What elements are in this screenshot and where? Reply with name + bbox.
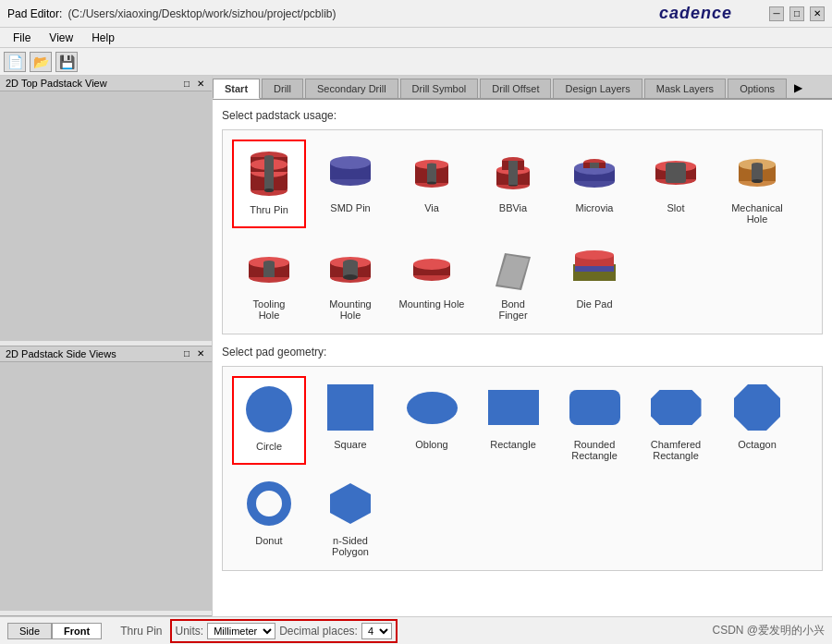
top-panel-header: 2D Top Padstack View □ ✕ (0, 76, 212, 91)
chamfered-rectangle-label: ChamferedRectangle (651, 439, 701, 461)
circle-image (241, 382, 297, 437)
top-panel-close[interactable]: ✕ (195, 79, 206, 89)
via-image (404, 143, 459, 199)
geom-donut[interactable]: Donut (232, 472, 306, 561)
bbvia-image (485, 143, 541, 199)
padstack-tooling-hole[interactable]: ToolingHole (232, 236, 306, 324)
bbvia-label: BBVia (499, 202, 527, 213)
rounded-rectangle-image (567, 380, 622, 435)
new-button[interactable]: 📄 (4, 52, 26, 72)
svg-point-17 (427, 182, 436, 185)
window-controls: ─ □ ✕ (769, 6, 825, 21)
tooling-hole-label: ToolingHole (253, 298, 286, 321)
svg-rect-34 (666, 163, 686, 183)
oblong-label: Oblong (415, 439, 447, 450)
maximize-button[interactable]: □ (789, 6, 804, 21)
square-label: Square (334, 439, 366, 450)
tabs-bar: Start Drill Secondary Drill Drill Symbol… (213, 76, 832, 100)
smd-pin-image (323, 143, 378, 199)
tab-secondary-drill[interactable]: Secondary Drill (305, 79, 398, 98)
minimize-button[interactable]: ─ (769, 6, 784, 21)
cadence-logo: cadence (659, 4, 732, 23)
padstack-microvia[interactable]: Microvia (557, 140, 631, 228)
padstack-via[interactable]: Via (395, 140, 469, 228)
geom-octagon[interactable]: Octagon (720, 376, 794, 465)
geom-chamfered-rectangle[interactable]: ChamferedRectangle (639, 376, 713, 465)
smd-pin-label: SMD Pin (330, 202, 370, 213)
octagon-label: Octagon (738, 439, 777, 450)
thru-pin-image (241, 145, 297, 200)
octagon-shape (734, 384, 780, 431)
tab-options[interactable]: Options (728, 79, 787, 98)
padstack-mechanical-hole[interactable]: MechanicalHole (720, 140, 794, 228)
fiducial-label: Mounting Hole (399, 298, 465, 310)
open-button[interactable]: 📂 (30, 52, 52, 72)
side-panel-content (0, 362, 212, 612)
close-button[interactable]: ✕ (810, 6, 825, 21)
mounting-hole-label: MountingHole (329, 298, 371, 321)
padstack-fiducial[interactable]: Mounting Hole (395, 236, 469, 324)
svg-point-51 (343, 274, 358, 280)
menu-item-help[interactable]: Help (82, 30, 124, 46)
tab-design-layers[interactable]: Design Layers (553, 79, 642, 98)
svg-point-40 (752, 179, 763, 183)
pad-type-value: Thru Pin (120, 625, 162, 638)
side-panel-restore[interactable]: □ (182, 348, 191, 358)
menu-item-view[interactable]: View (40, 30, 82, 46)
svg-point-8 (264, 188, 274, 192)
padstack-bond-finger[interactable]: BondFinger (476, 236, 550, 324)
app-title: Pad Editor: (7, 7, 62, 20)
svg-point-60 (575, 250, 614, 260)
svg-rect-45 (263, 262, 275, 277)
square-shape (327, 384, 373, 431)
geom-polygon[interactable]: n-SidedPolygon (313, 472, 387, 561)
status-tab-front[interactable]: Front (52, 623, 102, 639)
svg-point-11 (330, 156, 371, 169)
geom-circle[interactable]: Circle (232, 376, 306, 465)
tab-mask-layers[interactable]: Mask Layers (644, 79, 726, 98)
tab-drill-symbol[interactable]: Drill Symbol (400, 79, 479, 98)
side-panel-close[interactable]: ✕ (195, 348, 206, 358)
padstack-slot[interactable]: Slot (639, 140, 713, 228)
padstack-thru-pin[interactable]: Thru Pin (232, 140, 306, 228)
save-button[interactable]: 💾 (55, 52, 78, 72)
tab-start[interactable]: Start (213, 79, 260, 99)
tooling-hole-image (241, 239, 297, 295)
svg-rect-7 (264, 157, 274, 190)
svg-point-54 (413, 259, 450, 270)
geom-rounded-rectangle[interactable]: RoundedRectangle (557, 376, 631, 465)
side-panel-header: 2D Padstack Side Views □ ✕ (0, 346, 212, 362)
top-panel-content (0, 91, 212, 341)
svg-marker-56 (497, 255, 529, 288)
decimal-select[interactable]: 1 2 3 4 5 (361, 623, 392, 639)
geom-oblong[interactable]: Oblong (395, 376, 469, 465)
tab-scroll-arrow[interactable]: ▶ (789, 78, 808, 98)
svg-rect-16 (427, 164, 436, 183)
top-panel-restore[interactable]: □ (182, 79, 191, 89)
rectangle-shape (488, 390, 539, 425)
menu-item-file[interactable]: File (4, 30, 40, 46)
padstack-bbvia[interactable]: BBVia (476, 140, 550, 228)
geom-rectangle[interactable]: Rectangle (476, 376, 550, 465)
polygon-svg (327, 480, 373, 527)
tab-drill-offset[interactable]: Drill Offset (480, 79, 551, 98)
status-tab-side[interactable]: Side (7, 623, 52, 639)
rounded-rectangle-label: RoundedRectangle (571, 439, 618, 461)
fiducial-image (404, 239, 459, 295)
padstack-die-pad[interactable]: Die Pad (557, 236, 631, 324)
slot-image (648, 143, 704, 199)
circle-shape (246, 386, 292, 432)
menubar: FileViewHelp (0, 28, 832, 48)
polygon-label: n-SidedPolygon (332, 535, 369, 557)
tab-drill[interactable]: Drill (262, 79, 303, 98)
units-select[interactable]: Millimeter Inch Mils (207, 623, 275, 639)
padstack-smd-pin[interactable]: SMD Pin (313, 140, 387, 228)
oblong-shape (407, 392, 458, 424)
status-tabs: Side Front (7, 623, 102, 639)
left-panels: 2D Top Padstack View □ ✕ 2D Padstack Sid… (0, 76, 213, 616)
oblong-image (404, 380, 459, 435)
top-panel-title: 2D Top Padstack View (6, 78, 107, 89)
bond-finger-label: BondFinger (498, 298, 527, 321)
geom-square[interactable]: Square (313, 376, 387, 465)
padstack-mounting-hole[interactable]: MountingHole (313, 236, 387, 324)
